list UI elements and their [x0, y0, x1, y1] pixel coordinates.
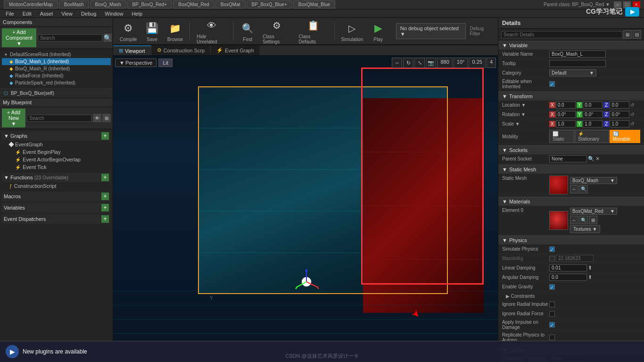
bp-graphs-header[interactable]: ▼ Graphs + — [2, 131, 111, 141]
blueprint-eye-icon[interactable]: 👁 — [93, 114, 101, 122]
details-search-input[interactable] — [501, 31, 622, 38]
play-button[interactable]: ▶ Play — [368, 19, 388, 44]
vp-scale-icon[interactable]: ⤡ — [414, 58, 425, 68]
add-component-button[interactable]: + Add Component ▼ — [2, 28, 36, 47]
bp-graphs-add-button[interactable]: + — [101, 132, 109, 140]
tree-item-boxq-mash-r[interactable]: ◆ BoxQ_Mash_R (Inherited) — [2, 65, 111, 72]
enable-gravity-checkbox[interactable]: ✓ — [549, 284, 555, 290]
bp-functions-add-button[interactable]: + — [101, 174, 109, 181]
static-mesh-search-btn[interactable]: 🔍 — [579, 185, 588, 194]
simulation-button[interactable]: ▷ Simulation — [339, 19, 366, 44]
rotation-z-input[interactable] — [610, 111, 629, 118]
scale-reset[interactable]: ↺ — [630, 121, 634, 126]
static-mesh-dropdown[interactable]: BoxQ_Mash ▼ — [570, 177, 617, 184]
variable-section-header[interactable]: ▼ Variable — [498, 41, 644, 50]
socket-search-icon[interactable]: 🔍 — [588, 156, 594, 162]
physics-section-header[interactable]: ▼ Physics — [498, 236, 644, 244]
simulate-physics-checkbox[interactable]: ✓ — [549, 246, 555, 252]
sockets-section-header[interactable]: ▼ Sockets — [498, 145, 644, 154]
textures-button[interactable]: Textures ▼ — [570, 225, 600, 233]
title-tab-1[interactable]: BoxMash — [59, 0, 89, 8]
bp-functions-header[interactable]: ▼ Functions (23 Overridable) + — [2, 173, 111, 182]
movable-mobility-button[interactable]: 🔄 Movable — [610, 130, 640, 143]
bp-variables-add-button[interactable]: + — [101, 204, 109, 211]
tab-event-graph[interactable]: ⚡ Event Graph — [211, 45, 260, 55]
component-search-button[interactable]: 🔍 — [104, 34, 112, 42]
vp-camera-icon[interactable]: 📷 — [426, 58, 436, 68]
browse-button[interactable]: 📁 Browse — [165, 19, 186, 44]
transform-section-header[interactable]: ▼ Transform — [498, 92, 644, 101]
tree-item-particle-spark[interactable]: ◆ ParticleSpark_red (Inherited) — [2, 79, 111, 86]
scale-z-input[interactable] — [610, 120, 629, 127]
location-x-input[interactable] — [556, 101, 576, 109]
bp-item-begin-play[interactable]: ⚡ Event BeginPlay — [2, 148, 111, 156]
menu-asset[interactable]: Asset — [36, 11, 57, 17]
details-icon-2[interactable]: ⊟ — [633, 30, 641, 39]
vp-rotate-icon[interactable]: ↻ — [403, 58, 413, 68]
tree-item-radial-force[interactable]: ◆ RadialForce (Inherited) — [2, 72, 111, 79]
menu-edit[interactable]: Edit — [19, 11, 35, 17]
material-back-btn[interactable]: ← — [570, 216, 578, 224]
material-dropdown[interactable]: BoxQMat_Red ▼ — [570, 208, 617, 215]
angular-damping-stepper[interactable]: ⬆ — [588, 274, 592, 280]
tab-construction-script[interactable]: ⚙ Construction Scrp — [151, 45, 211, 55]
tab-viewport[interactable]: ⊞ Viewport — [113, 45, 151, 55]
scale-y-input[interactable] — [583, 120, 603, 127]
bp-macros-header[interactable]: Macros + — [2, 192, 111, 201]
mass-checkbox[interactable] — [549, 256, 555, 261]
title-tab-5[interactable]: BoxQMat — [215, 0, 246, 8]
static-mobility-button[interactable]: ⬜ Static — [549, 130, 574, 143]
bp-item-event-tick[interactable]: ⚡ Event Tick — [2, 163, 111, 171]
apply-impulse-checkbox[interactable]: ✓ — [549, 322, 555, 328]
bp-event-dispatchers-add-button[interactable]: + — [101, 215, 109, 223]
class-settings-button[interactable]: ⚙ Class Settings — [260, 16, 294, 46]
linear-damping-stepper[interactable]: ⬆ — [588, 265, 592, 271]
rotation-x-input[interactable] — [556, 111, 576, 118]
tooltip-input[interactable] — [549, 60, 606, 67]
replicate-physics-checkbox[interactable] — [549, 335, 555, 340]
location-y-input[interactable] — [583, 101, 603, 109]
title-tab-0[interactable]: MotionControllerMap — [4, 0, 58, 8]
vp-move-icon[interactable]: ↔ — [392, 58, 402, 68]
perspective-button[interactable]: ▼ Perspective — [115, 59, 157, 67]
menu-window[interactable]: Window — [101, 11, 127, 17]
linear-damping-input[interactable] — [549, 264, 587, 271]
material-search-btn[interactable]: 🔍 — [579, 216, 588, 224]
save-button[interactable]: 💾 Save — [142, 19, 163, 44]
title-tab-3[interactable]: BP_BoxQ_Red+ — [127, 0, 173, 8]
ignore-radial-force-checkbox[interactable] — [549, 311, 555, 317]
debug-filter-dropdown[interactable]: No debug object selected ▼ — [396, 23, 466, 39]
socket-clear-icon[interactable]: ✕ — [595, 156, 600, 162]
title-tab-2[interactable]: BoxQ_Mash — [90, 0, 126, 8]
angular-damping-input[interactable] — [549, 274, 587, 281]
material-extra-btn[interactable]: ⊞ — [589, 216, 597, 224]
rotation-y-input[interactable] — [583, 111, 603, 118]
tree-item-default-scene-root[interactable]: ▼ DefaultSceneRoot (Inherited) — [2, 51, 111, 58]
class-defaults-button[interactable]: 📋 Class Defaults — [296, 16, 330, 46]
bp-item-event-graph[interactable]: EventGraph — [2, 141, 111, 148]
bp-item-construction-script[interactable]: ƒ ConstructionScript — [2, 182, 111, 190]
materials-section-header[interactable]: ▼ Materials — [498, 197, 644, 206]
find-button[interactable]: 🔍 Find — [237, 19, 258, 44]
blueprint-add-new-button[interactable]: + Add New ▼ — [2, 109, 25, 127]
menu-file[interactable]: File — [2, 11, 18, 17]
bp-variables-header[interactable]: Variables + — [2, 203, 111, 212]
lit-button[interactable]: Lit — [158, 59, 173, 67]
parent-socket-input[interactable] — [549, 155, 587, 162]
scale-x-input[interactable] — [556, 120, 576, 127]
constraints-header[interactable]: ▶ Constraints — [498, 293, 644, 300]
compile-button[interactable]: ⚙ Compile — [117, 19, 140, 44]
menu-help[interactable]: Help — [128, 11, 146, 17]
blueprint-search-input[interactable] — [27, 115, 91, 122]
details-icon-1[interactable]: ⊞ — [623, 30, 632, 39]
component-search-input[interactable] — [38, 34, 102, 42]
editable-checkbox[interactable]: ✓ — [549, 81, 555, 87]
static-mesh-section-header[interactable]: ▼ Static Mesh — [498, 165, 644, 174]
menu-view[interactable]: View — [58, 11, 76, 17]
title-tab-7[interactable]: BoxQMat_Blue — [293, 0, 335, 8]
menu-debug[interactable]: Debug — [77, 11, 100, 17]
title-tab-6[interactable]: BP_BoxQ_Blue+ — [247, 0, 292, 8]
viewport-area[interactable]: X Y ▼ Perspective Lit ↔ ↻ ⤡ 📷 880 10° — [113, 56, 498, 362]
category-dropdown[interactable]: Default ▼ — [549, 69, 596, 76]
ignore-radial-impulse-checkbox[interactable] — [549, 302, 555, 307]
